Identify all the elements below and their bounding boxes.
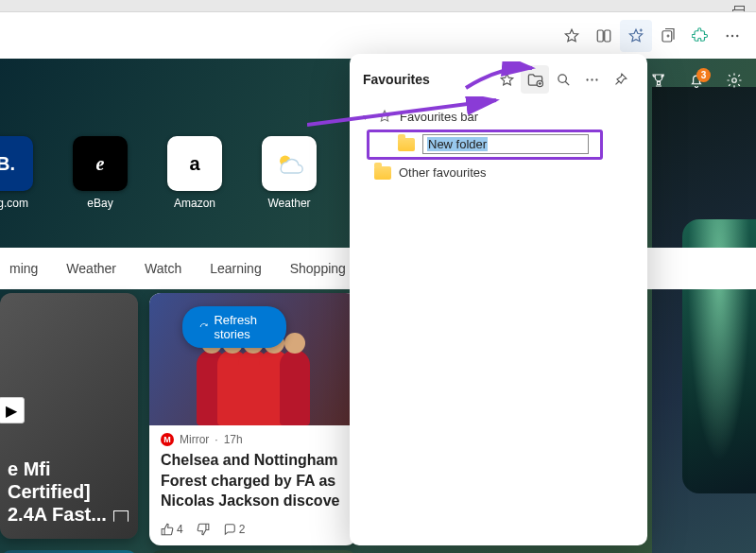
svg-rect-1 [605,30,610,42]
svg-point-4 [731,35,733,37]
new-folder-name-input[interactable]: New folder [422,134,589,154]
svg-point-13 [586,78,588,80]
other-favourites-folder[interactable]: Other favourites [361,162,636,183]
collections-icon[interactable] [652,20,684,52]
annotation-arrow [464,61,540,90]
tile-weather[interactable]: Weather [255,136,323,210]
address-star-icon[interactable] [556,20,588,52]
browser-toolbar [0,11,756,59]
svg-point-5 [736,35,738,37]
window-titlebar [0,0,756,11]
strip-item[interactable]: Shopping [290,261,346,276]
strip-item[interactable]: ming [9,261,38,276]
tile-booking[interactable]: B.king.com [0,136,40,210]
prev-arrow-icon[interactable]: ▶ [0,397,25,423]
svg-point-6 [732,78,737,83]
folder-icon [374,166,391,180]
svg-point-12 [558,74,566,82]
extensions-icon[interactable] [684,20,716,52]
dislike-button[interactable] [197,523,210,536]
favourites-hub-icon[interactable] [620,20,652,52]
strip-item[interactable]: Watch [145,261,181,276]
folder-icon [398,138,415,151]
news-card[interactable]: Refresh stories M Mirror · 17h Chelsea a… [149,293,357,545]
search-favourites-icon[interactable] [549,65,577,94]
split-screen-icon[interactable] [588,20,620,52]
refresh-stories-button[interactable]: Refresh stories [182,306,286,348]
news-image: Refresh stories [149,293,357,425]
strip-item[interactable]: Learning [210,261,262,276]
settings-gear-icon[interactable] [726,72,743,89]
ad-badge-icon [113,510,129,522]
comment-button[interactable]: 2 [223,523,246,536]
svg-line-16 [307,100,496,125]
more-icon[interactable] [716,20,748,52]
strip-item[interactable]: Weather [66,261,116,276]
rewards-trophy-icon[interactable] [650,72,667,89]
tile-amazon[interactable]: aAmazon [161,136,229,210]
svg-point-3 [727,35,729,37]
favourites-more-icon[interactable] [577,65,606,94]
notification-badge: 3 [696,68,711,82]
like-button[interactable]: 4 [161,523,183,536]
news-meta: M Mirror · 17h [149,425,357,450]
source-icon: M [161,433,174,446]
news-actions: 4 2 [149,519,357,545]
ad-card[interactable]: ▶ e Mfi Certified]2.4A Fast... [0,293,138,539]
svg-rect-0 [597,30,603,42]
svg-point-14 [591,78,593,80]
news-headline: Chelsea and Nottingham Forest charged by… [149,450,357,519]
tile-ebay[interactable]: eeBay [66,136,134,210]
notifications-bell-icon[interactable]: 3 [688,72,705,89]
annotation-arrow [307,96,506,134]
pin-panel-icon[interactable] [606,65,634,94]
svg-point-15 [595,78,597,80]
